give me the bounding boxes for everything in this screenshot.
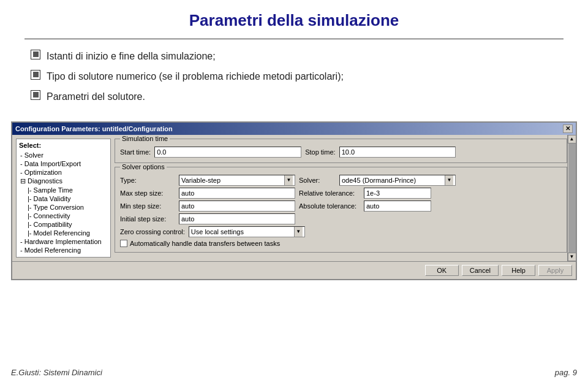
type-combo-value: Variable-step bbox=[181, 177, 284, 184]
tree-item-connectivity[interactable]: |- Connectivity bbox=[19, 212, 108, 220]
dialog-window: Configuration Parameters: untitled/Confi… bbox=[11, 121, 577, 280]
sim-time-group: Simulation time Start time: Stop time: bbox=[115, 139, 567, 163]
rel-tol-input[interactable] bbox=[364, 188, 431, 199]
bullet-text-1: Istanti di inizio e fine della simulazio… bbox=[47, 48, 216, 64]
zero-crossing-value: Use local settings bbox=[191, 228, 294, 235]
tree-item-solver[interactable]: - Solver bbox=[19, 151, 108, 159]
init-step-input[interactable] bbox=[179, 213, 295, 224]
solver-combo[interactable]: ode45 (Dormand-Prince) ▼ bbox=[339, 175, 456, 186]
stop-time-label: Stop time: bbox=[305, 148, 336, 156]
scroll-up-button[interactable]: ▲ bbox=[568, 135, 576, 143]
divider bbox=[24, 39, 564, 39]
checkbox-icon-1 bbox=[31, 50, 40, 59]
zero-crossing-arrow[interactable]: ▼ bbox=[294, 227, 303, 237]
auto-handle-row: Automatically handle data transfers betw… bbox=[120, 240, 562, 247]
slide-footer: E.Giusti: Sistemi Dinamici pag. 9 bbox=[0, 368, 588, 377]
close-button[interactable]: ✕ bbox=[563, 124, 573, 133]
auto-handle-label: Automatically handle data transfers betw… bbox=[130, 240, 280, 247]
scroll-track bbox=[568, 143, 576, 253]
zero-crossing-label: Zero crossing control: bbox=[120, 228, 185, 235]
tree-item-data-import[interactable]: - Data Import/Export bbox=[19, 159, 108, 168]
tree-item-model-ref-diag[interactable]: |- Model Referencing bbox=[19, 229, 108, 237]
type-label: Type: bbox=[120, 177, 175, 184]
solver-options-title: Solver options bbox=[120, 163, 167, 170]
scrollbar[interactable]: ▲ ▼ bbox=[567, 135, 576, 261]
start-time-label: Start time: bbox=[120, 148, 151, 156]
abs-tol-label: Absolute tolerance: bbox=[299, 202, 360, 210]
solver-label: Solver: bbox=[299, 177, 336, 184]
tree-item-diagnostics[interactable]: ⊟ Diagnostics bbox=[19, 177, 108, 186]
scroll-down-button[interactable]: ▼ bbox=[568, 253, 576, 261]
bullet-item-3: Parametri del solutore. bbox=[31, 88, 564, 105]
apply-button[interactable]: Apply bbox=[538, 265, 572, 276]
tree-item-optimization[interactable]: - Optimization bbox=[19, 168, 108, 177]
solver-combo-value: ode45 (Dormand-Prince) bbox=[342, 177, 445, 184]
bullet-list: Istanti di inizio e fine della simulazio… bbox=[24, 48, 564, 105]
footer-left: E.Giusti: Sistemi Dinamici bbox=[11, 368, 102, 377]
start-time-input[interactable] bbox=[154, 147, 301, 158]
min-step-input[interactable] bbox=[179, 201, 295, 212]
solver-combo-arrow[interactable]: ▼ bbox=[445, 175, 453, 185]
tree-item-sample-time[interactable]: |- Sample Time bbox=[19, 186, 108, 194]
checkbox-icon-2 bbox=[31, 70, 40, 80]
footer-right: pag. 9 bbox=[555, 368, 577, 377]
tree-item-model-ref[interactable]: - Model Referencing bbox=[19, 246, 108, 254]
abs-tol-input[interactable] bbox=[364, 201, 431, 212]
stop-time-input[interactable] bbox=[339, 147, 456, 158]
min-step-label: Min step size: bbox=[120, 202, 175, 210]
page-title: Parametri della simulazione bbox=[24, 11, 564, 30]
bullet-item-2: Tipo di solutore numerico (se il problem… bbox=[31, 68, 564, 85]
bullet-item-1: Istanti di inizio e fine della simulazio… bbox=[31, 48, 564, 64]
bullet-text-2: Tipo di solutore numerico (se il problem… bbox=[47, 68, 344, 85]
cancel-button[interactable]: Cancel bbox=[462, 265, 499, 276]
tree-item-hardware[interactable]: - Hardware Implementation bbox=[19, 237, 108, 246]
solver-options-group: Solver options Type: Variable-step ▼ Sol… bbox=[115, 167, 567, 253]
dialog-title: Configuration Parameters: untitled/Confi… bbox=[15, 125, 173, 132]
dialog-titlebar: Configuration Parameters: untitled/Confi… bbox=[12, 123, 576, 135]
tree-label: Select: bbox=[19, 142, 108, 149]
sim-time-title: Simulation time bbox=[120, 135, 170, 142]
tree-item-type-conversion[interactable]: |- Type Conversion bbox=[19, 203, 108, 212]
init-step-label: Initial step size: bbox=[120, 215, 175, 223]
tree-item-data-validity[interactable]: |- Data Validity bbox=[19, 194, 108, 203]
type-combo[interactable]: Variable-step ▼ bbox=[179, 175, 295, 186]
max-step-input[interactable] bbox=[179, 188, 295, 199]
ok-button[interactable]: OK bbox=[425, 265, 459, 276]
help-button[interactable]: Help bbox=[502, 265, 535, 276]
tree-item-compatibility[interactable]: |- Compatibility bbox=[19, 220, 108, 229]
max-step-label: Max step size: bbox=[120, 189, 175, 197]
type-combo-arrow[interactable]: ▼ bbox=[284, 175, 293, 185]
checkbox-icon-3 bbox=[31, 90, 40, 100]
dialog-button-bar: OK Cancel Help Apply bbox=[12, 261, 576, 279]
rel-tol-label: Relative tolerance: bbox=[299, 189, 360, 197]
zero-crossing-combo[interactable]: Use local settings ▼ bbox=[189, 226, 305, 237]
auto-handle-checkbox[interactable] bbox=[120, 240, 127, 247]
bullet-text-3: Parametri del solutore. bbox=[47, 88, 145, 105]
tree-panel: Select: - Solver - Data Import/Export - … bbox=[16, 139, 111, 258]
